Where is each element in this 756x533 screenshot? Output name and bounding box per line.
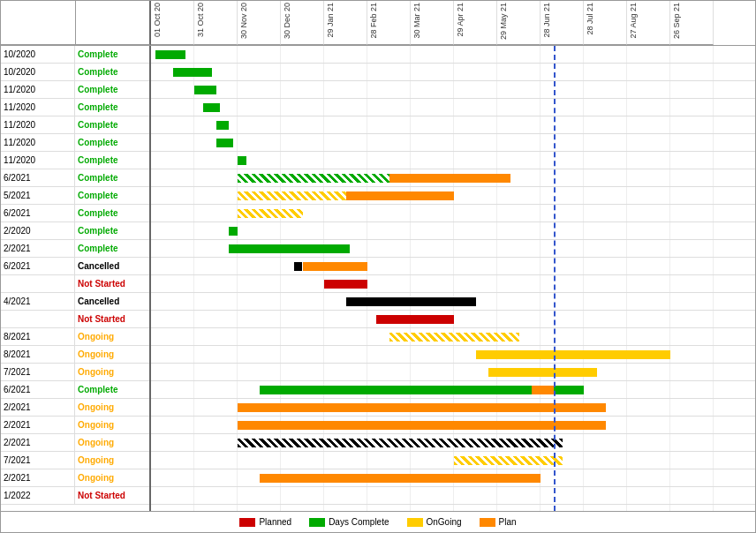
table-row: Not Started — [1, 275, 149, 293]
table-row: 11/2020Complete — [1, 81, 149, 99]
timeline-col-7: 29 Apr 21 — [454, 1, 497, 45]
gantt-bar — [238, 421, 606, 430]
table-row: 7/2021Ongoing — [1, 452, 149, 469]
legend-item-1: Days Complete — [309, 517, 389, 527]
legend-color-box — [407, 518, 423, 527]
table-row: Not Started — [1, 311, 149, 328]
legend-label: Plan — [499, 517, 517, 527]
cell-status: Ongoing — [75, 417, 149, 433]
cell-end — [1, 311, 75, 327]
gantt-bar — [203, 103, 221, 112]
gantt-bar — [238, 403, 606, 412]
timeline-col-3: 30 Dec 20 — [281, 1, 324, 45]
gantt-bar — [155, 50, 185, 59]
cell-end: 6/2021 — [1, 169, 75, 186]
cell-end: 2/2021 — [1, 399, 75, 416]
timeline-col-10: 28 Jul 21 — [584, 1, 627, 45]
timeline-col-5: 28 Feb 21 — [367, 1, 411, 45]
gantt-bar — [238, 209, 303, 218]
timeline-col-8: 29 May 21 — [497, 1, 541, 45]
cell-status: Complete — [75, 205, 149, 221]
body-area: 10/2020Complete10/2020Complete11/2020Com… — [1, 46, 755, 511]
gantt-bar — [476, 350, 671, 359]
cell-end — [1, 275, 75, 292]
cell-end: 10/2020 — [1, 46, 75, 63]
table-row: 11/2020Complete — [1, 99, 149, 116]
table-row: 5/2021Complete — [1, 187, 149, 205]
table-row: 10/2020Complete — [1, 46, 149, 64]
cell-end: 11/2020 — [1, 99, 75, 116]
table-row: 11/2020Complete — [1, 152, 149, 169]
cell-status: Complete — [75, 169, 149, 186]
cell-status: Complete — [75, 152, 149, 169]
gantt-bar — [488, 368, 597, 377]
legend-color-box — [309, 518, 325, 527]
cell-end: 2/2020 — [1, 222, 75, 239]
cell-status: Not Started — [75, 487, 149, 504]
table-row: 6/2021Cancelled — [1, 258, 149, 275]
cell-status: Ongoing — [75, 346, 149, 363]
left-table: 10/2020Complete10/2020Complete11/2020Com… — [1, 46, 151, 511]
cell-status: Ongoing — [75, 434, 149, 451]
legend-item-3: Plan — [480, 517, 517, 527]
table-row: 11/2020Complete — [1, 116, 149, 134]
legend-label: OnGoing — [427, 517, 462, 527]
cell-end: 8/2021 — [1, 346, 75, 363]
table-row: 10/2020Complete — [1, 64, 149, 81]
timeline-col-9: 28 Jun 21 — [541, 1, 584, 45]
cell-end: 10/2020 — [1, 64, 75, 80]
table-row: 6/2021Complete — [1, 381, 149, 399]
gantt-bar — [324, 280, 367, 289]
table-row: 7/2021Ongoing — [1, 364, 149, 381]
cell-status: Complete — [75, 134, 149, 151]
cell-status: Complete — [75, 240, 149, 257]
cell-status: Complete — [75, 64, 149, 80]
cell-end: 6/2021 — [1, 381, 75, 398]
timeline-col-2: 30 Nov 20 — [238, 1, 281, 45]
today-line — [554, 46, 556, 511]
left-panel-header — [1, 1, 151, 45]
cell-end: 11/2020 — [1, 134, 75, 151]
table-row: 2/2021Ongoing — [1, 469, 149, 487]
legend-label: Planned — [259, 517, 291, 527]
gantt-bar — [303, 262, 368, 271]
cell-end: 1/2022 — [1, 487, 75, 504]
legend-label: Days Complete — [329, 517, 389, 527]
legend-color-box — [239, 518, 255, 527]
cell-status: Not Started — [75, 311, 149, 327]
header-row: 01 Oct 2031 Oct 2030 Nov 2030 Dec 2029 J… — [1, 1, 755, 46]
gantt-bar — [194, 86, 216, 94]
cell-end: 6/2021 — [1, 258, 75, 274]
gantt-bar — [216, 121, 230, 130]
gantt-bar — [238, 439, 563, 447]
legend-item-2: OnGoing — [407, 517, 462, 527]
cell-end: 11/2020 — [1, 152, 75, 169]
table-row: 2/2020Complete — [1, 222, 149, 240]
gantt-bar — [454, 456, 563, 465]
cell-status: Ongoing — [75, 452, 149, 469]
cell-status: Ongoing — [75, 469, 149, 486]
cell-status: Complete — [75, 116, 149, 133]
gantt-bar — [376, 315, 454, 324]
table-row: 8/2021Ongoing — [1, 346, 149, 364]
cell-end: 8/2021 — [1, 328, 75, 345]
cell-status: Ongoing — [75, 399, 149, 416]
cell-end: 2/2021 — [1, 240, 75, 257]
legend-item-0: Planned — [239, 517, 291, 527]
gantt-bar — [389, 174, 510, 183]
timeline-col-11: 27 Aug 21 — [627, 1, 670, 45]
table-row: 4/2021Cancelled — [1, 293, 149, 311]
cell-status: Complete — [75, 381, 149, 398]
cell-status: Complete — [75, 187, 149, 204]
gantt-bar — [294, 262, 303, 271]
table-row: 11/2020Complete — [1, 134, 149, 152]
legend-color-box — [480, 518, 495, 527]
cell-status: Not Started — [75, 275, 149, 292]
status-column-header — [76, 1, 151, 45]
cell-end: 2/2021 — [1, 469, 75, 486]
table-row: 2/2021Complete — [1, 240, 149, 258]
table-row: 2/2021Ongoing — [1, 417, 149, 434]
cell-end: 6/2021 — [1, 205, 75, 221]
cell-end: 7/2021 — [1, 452, 75, 469]
cell-status: Cancelled — [75, 258, 149, 274]
